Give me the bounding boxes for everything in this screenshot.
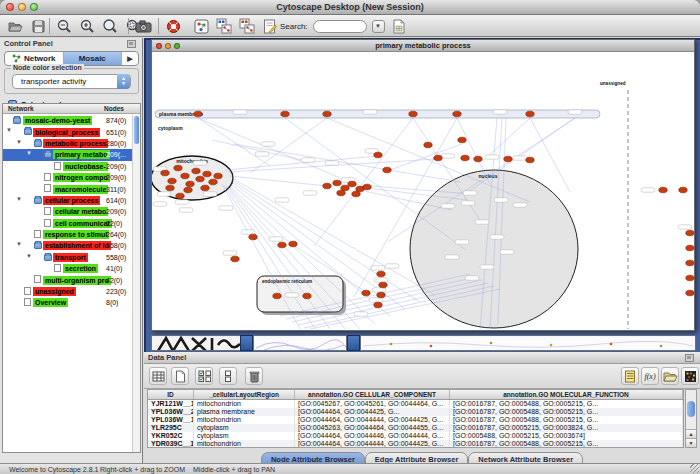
close-button[interactable] — [6, 3, 14, 11]
expand-triangle-icon[interactable]: ▼ — [16, 139, 22, 145]
tree-row[interactable]: cellular metabo209(0) — [3, 206, 140, 217]
graph-node[interactable] — [303, 293, 311, 299]
graph-node[interactable] — [377, 271, 385, 277]
graph-node[interactable] — [377, 292, 385, 298]
help-icon[interactable] — [164, 17, 182, 35]
expand-triangle-icon[interactable]: ▼ — [26, 253, 32, 259]
graph-node[interactable] — [281, 111, 289, 117]
graph-node[interactable] — [209, 179, 217, 185]
tree-row[interactable]: nucleobase-209(0) — [3, 161, 140, 172]
scroll-down-icon[interactable]: ▼ — [686, 438, 696, 447]
expand-triangle-icon[interactable]: ▼ — [26, 150, 32, 156]
graph-node[interactable] — [278, 242, 286, 248]
tree-row[interactable]: unassigned223(0) — [3, 286, 140, 297]
graph-node[interactable] — [192, 168, 200, 174]
tree-row[interactable]: macromolecule311(0) — [3, 183, 140, 194]
background-window-titlechip[interactable] — [347, 335, 360, 351]
view-window-titlebar[interactable]: primary metabolic process — [152, 40, 694, 52]
graph-node[interactable] — [686, 230, 694, 236]
graph-edge[interactable] — [234, 144, 460, 182]
view-close-button[interactable] — [156, 43, 162, 49]
expand-triangle-icon[interactable]: ▼ — [16, 241, 22, 247]
graph-node[interactable] — [458, 137, 466, 143]
graph-node[interactable] — [166, 185, 174, 191]
graph-node[interactable] — [461, 155, 469, 161]
graph-node[interactable] — [679, 187, 687, 193]
tree-row[interactable]: secretion41(0) — [3, 263, 140, 274]
graph-node[interactable] — [409, 111, 417, 117]
graph-node[interactable] — [348, 181, 356, 187]
attribute-table[interactable]: ID_cellularLayoutRegionannotation.GO CEL… — [147, 389, 684, 448]
graph-node[interactable] — [526, 111, 534, 117]
graph-node[interactable] — [176, 193, 184, 199]
expand-triangle-icon[interactable]: ▼ — [6, 127, 12, 133]
tree-row[interactable]: mosaic-demo-yeast874(0) — [3, 115, 140, 126]
tree-row[interactable]: ▼cellular process614(0) — [3, 195, 140, 206]
network-view-window[interactable]: primary metabolic process plasma membran… — [151, 39, 695, 331]
new-attribute-icon[interactable] — [171, 367, 189, 385]
graph-node[interactable] — [323, 111, 331, 117]
graph-node[interactable] — [434, 155, 442, 161]
table-column-header[interactable]: annotation.GO MOLECULAR_FUNCTION — [450, 390, 683, 399]
graph-node[interactable] — [161, 170, 169, 176]
import-attributes-file-icon[interactable] — [661, 367, 679, 385]
attribute-grid-icon[interactable] — [149, 367, 167, 385]
tree-row[interactable]: cell communicat22(0) — [3, 218, 140, 229]
graph-node[interactable] — [273, 293, 281, 299]
snapshot-icon[interactable] — [134, 17, 152, 35]
node-frame-icon[interactable] — [192, 17, 210, 35]
graph-node[interactable] — [181, 173, 189, 179]
tree-row[interactable]: ▼biological_process651(0) — [3, 126, 140, 137]
tree-row[interactable]: ▼transport558(0) — [3, 252, 140, 263]
graph-node[interactable] — [203, 171, 211, 177]
network-canvas[interactable]: plasma membrane cytoplasm mitochondria n… — [152, 52, 694, 330]
graph-node[interactable] — [686, 290, 694, 296]
tab-overflow-arrow-icon[interactable]: ▶ — [122, 52, 138, 65]
graph-node[interactable] — [379, 282, 387, 288]
table-row[interactable]: YKR052Ccytoplasm[GO:0044464, GO:0044446,… — [148, 432, 683, 440]
graph-node[interactable] — [363, 184, 371, 190]
hide-network-overlay-blue-icon[interactable] — [215, 17, 233, 35]
graph-node[interactable] — [323, 183, 331, 189]
graph-node[interactable] — [194, 111, 202, 117]
table-column-header[interactable]: ID — [148, 390, 194, 399]
tree-col-nodes[interactable]: Nodes — [104, 105, 124, 112]
tree-row[interactable]: ▼metabolic process280(0) — [3, 138, 140, 149]
search-dropdown-icon[interactable]: ▼ — [372, 20, 385, 33]
minimize-button[interactable] — [18, 3, 26, 11]
graph-node[interactable] — [201, 185, 209, 191]
unselect-attributes-icon[interactable] — [219, 367, 237, 385]
background-window[interactable] — [151, 335, 241, 351]
save-session-icon[interactable] — [29, 17, 47, 35]
table-row[interactable]: YPL036W__2plasma membrane[GO:0044464, GO… — [148, 408, 683, 416]
graph-node[interactable] — [659, 187, 667, 193]
graph-node[interactable] — [249, 234, 257, 240]
graph-node[interactable] — [383, 167, 391, 173]
background-window-titlechip[interactable] — [240, 335, 253, 351]
tree-row[interactable]: response to stimul264(0) — [3, 229, 140, 240]
graph-node[interactable] — [196, 176, 204, 182]
table-row[interactable]: YDR039C__1mitochondrion[GO:0044464, GO:0… — [148, 440, 683, 448]
data-panel-float-icon[interactable] — [685, 354, 694, 362]
graph-node[interactable] — [174, 165, 182, 171]
graph-node[interactable] — [186, 181, 194, 187]
zoom-fit-icon[interactable] — [101, 17, 119, 35]
open-file-icon[interactable] — [6, 17, 24, 35]
graph-node[interactable] — [686, 260, 694, 266]
graph-node[interactable] — [474, 156, 482, 162]
expand-triangle-icon[interactable]: ▼ — [16, 196, 22, 202]
graph-node[interactable] — [424, 142, 432, 148]
search-input[interactable] — [313, 20, 367, 33]
graph-node[interactable] — [231, 256, 239, 262]
tree-row[interactable]: Overview8(0) — [3, 297, 140, 308]
graph-node[interactable] — [686, 275, 694, 281]
float-panel-icon[interactable] — [127, 40, 136, 48]
table-row[interactable]: YLR295Ccytoplasm[GO:0045263, GO:0044464,… — [148, 424, 683, 432]
graph-node[interactable] — [374, 302, 382, 308]
select-attributes-icon[interactable] — [195, 367, 213, 385]
graph-node[interactable] — [504, 156, 512, 162]
scroll-up-icon[interactable]: ▲ — [686, 429, 696, 438]
tree-row[interactable]: ▼establishment of lo558(0) — [3, 240, 140, 251]
table-column-header[interactable]: annotation.GO CELLULAR_COMPONENT — [295, 390, 450, 399]
background-window[interactable] — [360, 335, 696, 351]
